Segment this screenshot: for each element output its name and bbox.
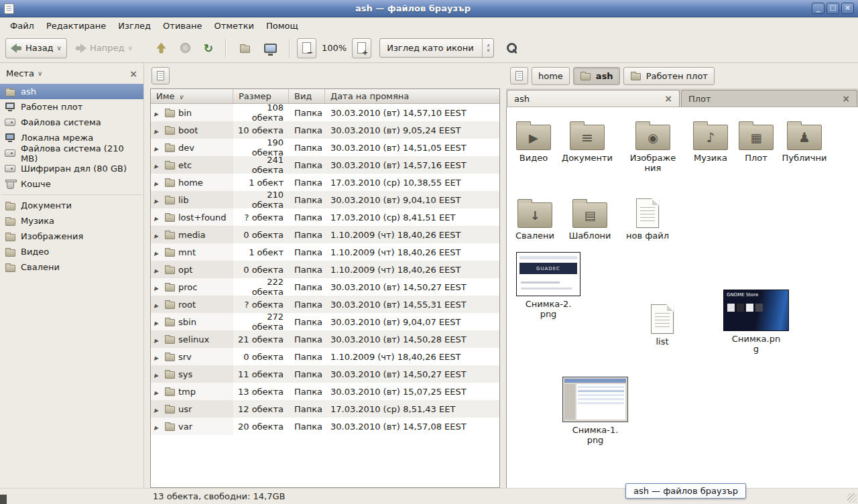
table-row[interactable]: tmp 13 обекта Папка 30.03.2010 (вт) 15,0…	[151, 383, 499, 400]
path-button-ash[interactable]: ash	[573, 67, 620, 85]
table-row[interactable]: lost+found ? обекта Папка 17.03.2010 (ср…	[151, 208, 499, 226]
table-row[interactable]: mnt 1 обект Папка 1.10.2009 (чт) 18,40,2…	[151, 243, 499, 261]
grid-item-snimka-png[interactable]: GNOME Store Снимка.png	[723, 290, 790, 354]
sidebar-item-encrypted-80gb[interactable]: Шифриран дял (80 GB)	[0, 161, 143, 176]
combo-spinner-icon[interactable]	[482, 39, 493, 57]
resize-grip[interactable]	[847, 493, 857, 503]
grid-item-snimka2-png[interactable]: GUADEC Снимка-2.png	[515, 252, 582, 319]
expander-icon[interactable]	[154, 265, 161, 275]
table-row[interactable]: srv 0 обекта Папка 1.10.2009 (чт) 18,40,…	[151, 348, 499, 365]
grid-item-videos[interactable]: Видео	[507, 115, 560, 163]
column-header-name[interactable]: Име	[151, 89, 233, 103]
grid-item-pictures[interactable]: Изображения	[626, 115, 680, 173]
sidebar-item-trash[interactable]: Кошче	[0, 176, 143, 192]
expander-icon[interactable]	[154, 387, 161, 397]
titlebar[interactable]: ash — файлов браузър	[0, 0, 858, 17]
expander-icon[interactable]	[154, 282, 161, 292]
tab-ash[interactable]: ash	[507, 90, 680, 107]
grid-item-downloads[interactable]: Свалени	[508, 193, 562, 241]
expander-icon[interactable]	[154, 369, 161, 379]
expander-icon[interactable]	[154, 352, 161, 362]
sidebar-item-pictures[interactable]: Изображения	[0, 229, 143, 244]
menu-view[interactable]: Изглед	[112, 19, 157, 33]
expander-icon[interactable]	[154, 178, 161, 188]
back-button[interactable]: Назад	[5, 38, 67, 58]
sidebar-item-videos[interactable]: Видео	[0, 244, 143, 259]
expander-icon[interactable]	[154, 160, 161, 170]
menu-help[interactable]: Помощ	[260, 19, 304, 33]
grid-item-snimka1-png[interactable]: Снимка-1.png	[562, 377, 629, 445]
tab-close-icon[interactable]	[664, 94, 672, 103]
grid-item-documents[interactable]: Документи	[560, 115, 614, 163]
sidebar-item-music[interactable]: Музика	[0, 213, 143, 229]
pane-splitter[interactable]	[501, 63, 506, 488]
menu-file[interactable]: Файл	[4, 19, 40, 33]
path-button-desktop[interactable]: Работен плот	[623, 67, 715, 85]
stop-button[interactable]	[175, 38, 196, 58]
table-row[interactable]: usr 12 обекта Папка 17.03.2010 (ср) 8,51…	[151, 400, 499, 418]
table-row[interactable]: boot 10 обекта Папка 30.03.2010 (вт) 9,0…	[151, 121, 499, 139]
expander-icon[interactable]	[154, 195, 161, 205]
table-row[interactable]: lib 210 обекта Папка 30.03.2010 (вт) 9,0…	[151, 191, 499, 208]
menu-edit[interactable]: Редактиране	[40, 19, 112, 33]
grid-item-desktop[interactable]: Плот	[729, 115, 783, 163]
tab-plot[interactable]: Плот	[681, 90, 857, 107]
search-button[interactable]	[501, 38, 523, 58]
table-row[interactable]: dev 190 обекта Папка 30.03.2010 (вт) 14,…	[151, 139, 499, 156]
table-row[interactable]: opt 0 обекта Папка 1.10.2009 (чт) 18,40,…	[151, 261, 499, 278]
menu-bookmarks[interactable]: Отметки	[208, 19, 259, 33]
table-row[interactable]: etc 241 обекта Папка 30.03.2010 (вт) 14,…	[151, 156, 499, 174]
tab-close-icon[interactable]	[842, 94, 850, 103]
back-history-dropdown-icon[interactable]	[57, 44, 62, 52]
grid-item-templates[interactable]: Шаблони	[563, 193, 617, 241]
toggle-location-bar-button[interactable]	[151, 67, 170, 84]
grid-item-new-file[interactable]: нов файл	[621, 193, 674, 241]
up-button[interactable]	[150, 38, 172, 58]
expander-icon[interactable]	[154, 300, 161, 310]
menu-go[interactable]: Отиване	[157, 19, 208, 33]
toggle-location-bar-button[interactable]	[510, 67, 528, 84]
home-button[interactable]	[233, 38, 256, 58]
view-mode-select[interactable]: Изглед като икони	[379, 38, 494, 58]
zoom-in-button[interactable]	[352, 38, 371, 58]
expander-icon[interactable]	[154, 230, 161, 240]
column-header-date[interactable]: Дата на промяна	[325, 89, 499, 103]
icon-view-canvas[interactable]: Видео Документи Изображения Музика Плот	[506, 107, 858, 488]
table-row[interactable]: proc 222 обекта Папка 30.03.2010 (вт) 14…	[151, 278, 499, 296]
expander-icon[interactable]	[154, 108, 161, 118]
sidebar-item-ash[interactable]: ash	[0, 84, 143, 99]
expander-icon[interactable]	[154, 334, 161, 344]
table-row[interactable]: sbin 272 обекта Папка 30.03.2010 (вт) 9,…	[151, 313, 499, 330]
sidebar-item-desktop[interactable]: Работен плот	[0, 99, 143, 115]
expander-icon[interactable]	[154, 317, 161, 327]
computer-button[interactable]	[259, 38, 282, 58]
grid-item-list[interactable]: list	[635, 299, 689, 346]
pane-splitter[interactable]	[144, 63, 149, 488]
sidebar-title[interactable]: Места	[6, 68, 34, 78]
zoom-out-button[interactable]	[297, 38, 316, 58]
table-row[interactable]: selinux 21 обекта Папка 30.03.2010 (вт) …	[151, 330, 499, 348]
sidebar-item-filesystem[interactable]: Файлова система	[0, 115, 143, 130]
path-button-home[interactable]: home	[532, 67, 570, 85]
sidebar-item-documents[interactable]: Документи	[0, 198, 143, 213]
expander-icon[interactable]	[154, 404, 161, 414]
sidebar-item-filesystem-210mb[interactable]: Файлова система (210 MB)	[0, 145, 143, 161]
column-header-type[interactable]: Вид	[289, 89, 325, 103]
minimize-button[interactable]	[812, 3, 824, 14]
table-row[interactable]: var 20 обекта Папка 30.03.2010 (вт) 14,5…	[151, 418, 499, 435]
table-row[interactable]: root ? обекта Папка 30.03.2010 (вт) 14,5…	[151, 296, 499, 313]
grid-item-public[interactable]: Публични	[778, 115, 831, 163]
table-row[interactable]: sys 11 обекта Папка 30.03.2010 (вт) 14,5…	[151, 365, 499, 383]
expander-icon[interactable]	[154, 247, 161, 257]
forward-button[interactable]: Напред	[70, 38, 138, 58]
sidebar-selector-icon[interactable]	[38, 70, 42, 77]
expander-icon[interactable]	[154, 422, 161, 432]
column-header-size[interactable]: Размер	[233, 89, 289, 103]
table-row[interactable]: bin 108 обекта Папка 30.03.2010 (вт) 14,…	[151, 104, 499, 121]
expander-icon[interactable]	[154, 143, 161, 153]
sidebar-item-downloads[interactable]: Свалени	[0, 259, 143, 275]
maximize-button[interactable]	[826, 3, 839, 14]
expander-icon[interactable]	[154, 125, 161, 135]
table-row[interactable]: media 0 обекта Папка 1.10.2009 (чт) 18,4…	[151, 226, 499, 243]
close-button[interactable]	[841, 3, 854, 14]
